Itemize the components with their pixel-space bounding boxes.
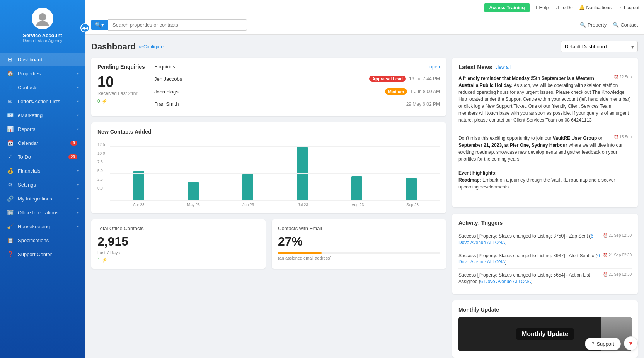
- chart-bar: [406, 178, 417, 201]
- sidebar-item-financials[interactable]: 💰 Financials ▾: [0, 164, 85, 178]
- sidebar-item-reports[interactable]: 📊 Reports ▾: [0, 122, 85, 136]
- total-contacts-count: 2,915: [97, 234, 259, 249]
- sidebar-icon-office: 🏢: [6, 209, 14, 215]
- access-training-button[interactable]: Access Training: [484, 3, 529, 12]
- top-navigation: CRM Website PropTechBI Access Training ℹ…: [0, 0, 644, 15]
- activity-link[interactable]: 6 Dove Avenue ALTONA: [480, 279, 531, 284]
- help-icon: ℹ: [536, 5, 538, 10]
- sidebar-icon-reports: 📊: [6, 126, 14, 132]
- sidebar-icon-integrations: 🔗: [6, 195, 14, 202]
- sidebar-label-dashboard: Dashboard: [18, 57, 79, 63]
- chart-bars-area: [110, 139, 440, 201]
- activity-title: Activity: Triggers: [458, 220, 632, 226]
- chart-bar-group: [166, 182, 221, 201]
- search-right: 🔍 Property 🔍 Contact: [580, 22, 638, 28]
- sidebar-item-office[interactable]: 🏢 Office Integrations ▾: [0, 205, 85, 219]
- chart-bar: [242, 174, 253, 201]
- activity-item: ⏰ 21 Sep 02:30 Success [Property: Status…: [458, 249, 632, 269]
- sidebar-collapse-button[interactable]: ◀◀: [80, 23, 90, 32]
- sidebar-nav: ⊞ Dashboard 🏠 Properties ▾ 👤 Contacts ▾ …: [0, 49, 85, 358]
- news-text-1: A friendly reminder that Monday 25th Sep…: [458, 75, 632, 124]
- sidebar-item-contacts[interactable]: 👤 Contacts ▾: [0, 80, 85, 94]
- news-text-2: Don't miss this exciting opportunity to …: [458, 135, 632, 190]
- sidebar-item-housekeeping[interactable]: 🧹 Housekeeping ▾: [0, 219, 85, 233]
- chart-y-5: 12.5: [97, 143, 108, 147]
- sidebar-icon-todo: ✓: [6, 154, 14, 160]
- todo-icon: ☑: [555, 5, 559, 10]
- activity-time: ⏰ 21 Sep 02:30: [603, 272, 632, 277]
- sidebar-item-support[interactable]: ❓ Support Center: [0, 247, 85, 261]
- support-icon: ?: [591, 341, 594, 347]
- property-search-item[interactable]: 🔍 Property: [580, 22, 607, 28]
- chart-y-3: 7.5: [97, 160, 108, 164]
- chart-bar: [351, 176, 362, 201]
- sidebar-item-todo[interactable]: ✓ To Do 20: [0, 150, 85, 164]
- activity-list: ⏰ 21 Sep 02:30 Success [Property: Status…: [458, 230, 632, 288]
- sidebar-item-calendar[interactable]: 📅 Calendar 0: [0, 136, 85, 150]
- sidebar-item-letters[interactable]: ✉ Letters/Action Lists ▾: [0, 94, 85, 108]
- sidebar-icon-settings: ⚙: [6, 182, 14, 188]
- total-contacts-indicator: 1 ⚡: [97, 257, 259, 263]
- agency-name: Demo Estate Agency: [23, 38, 63, 43]
- logout-nav-item[interactable]: → Log out: [618, 5, 639, 10]
- activity-time: ⏰ 21 Sep 02:30: [603, 253, 632, 258]
- todo-nav-item[interactable]: ☑ To Do: [555, 5, 572, 10]
- latest-news-header: Latest News view all: [458, 64, 632, 70]
- support-label: Support: [596, 341, 614, 347]
- sidebar-label-calendar: Calendar: [18, 140, 70, 146]
- heart-icon: ♥: [629, 340, 633, 347]
- activity-suffix: ): [505, 259, 507, 265]
- notifications-nav-item[interactable]: 🔔 Notifications: [579, 5, 612, 10]
- sidebar-item-settings[interactable]: ⚙ Settings ▾: [0, 178, 85, 192]
- enquiry-time: 16 Jul 7:44 PM: [409, 76, 440, 81]
- left-column: Pending Enquiries 10 Received Last 24hr …: [91, 58, 446, 358]
- support-button[interactable]: ? Support: [585, 338, 621, 350]
- avatar: [32, 8, 53, 29]
- pending-section: Pending Enquiries 10 Received Last 24hr …: [97, 64, 145, 104]
- help-nav-item[interactable]: ℹ Help: [536, 5, 549, 10]
- heart-button[interactable]: ♥: [624, 336, 638, 350]
- indicator-value: 0: [97, 98, 100, 104]
- sidebar-label-contacts: Contacts: [18, 85, 77, 90]
- sidebar-item-integrations[interactable]: 🔗 My Integrations ▾: [0, 192, 85, 205]
- news-date-1: ⏰ 22 Sep: [614, 75, 632, 79]
- pending-title: Pending Enquiries: [97, 64, 145, 70]
- search-button[interactable]: 🔍▾: [91, 20, 108, 30]
- total-contacts-title: Total Office Contacts: [97, 226, 259, 231]
- sidebar-arrow-housekeeping: ▾: [77, 224, 79, 229]
- sidebar-arrow-contacts: ▾: [77, 85, 79, 90]
- activity-item: ⏰ 21 Sep 02:30 Success [Property: Status…: [458, 230, 632, 249]
- total-contacts-card: Total Office Contacts 2,915 Last 7 Days …: [91, 219, 266, 269]
- dashboard-select[interactable]: Default Dashboard: [561, 41, 638, 52]
- open-link[interactable]: open: [429, 64, 440, 70]
- chart-bar-group: [112, 171, 166, 201]
- enquiry-time: 29 May 6:02 PM: [406, 102, 440, 107]
- sidebar-icon-contacts: 👤: [6, 84, 14, 90]
- chart-bar-group: [384, 178, 438, 201]
- property-search-icon: 🔍: [580, 22, 586, 28]
- sidebar-item-properties[interactable]: 🏠 Properties ▾: [0, 66, 85, 80]
- activity-text: Success [Property: Status changed to Lis…: [458, 233, 591, 239]
- configure-link[interactable]: Configure: [143, 44, 164, 49]
- contact-search-item[interactable]: 🔍 Contact: [613, 22, 638, 28]
- dashboard-columns: Pending Enquiries 10 Received Last 24hr …: [91, 58, 638, 358]
- sidebar-item-dashboard[interactable]: ⊞ Dashboard: [0, 53, 85, 66]
- sidebar-icon-specifications: 📋: [6, 237, 14, 243]
- sidebar-icon-housekeeping: 🧹: [6, 223, 14, 229]
- chart-x-label: Sep 23: [385, 203, 440, 207]
- search-input[interactable]: [108, 19, 247, 31]
- sidebar-label-specifications: Specifications: [18, 238, 79, 243]
- activity-suffix: ): [531, 279, 532, 284]
- sidebar-arrow-properties: ▾: [77, 71, 79, 76]
- sidebar-item-specifications[interactable]: 📋 Specifications: [0, 233, 85, 247]
- enquiry-badge: Medium: [385, 88, 407, 95]
- email-contacts-percent: 27%: [278, 234, 440, 249]
- sidebar-arrow-financials: ▾: [77, 169, 79, 173]
- page-title: Dashboard: [91, 42, 136, 52]
- view-all-link[interactable]: view all: [496, 64, 511, 70]
- sidebar-item-emarketing[interactable]: 📧 eMarketing ▾: [0, 108, 85, 122]
- sidebar-badge-calendar: 0: [70, 141, 77, 146]
- sidebar-label-properties: Properties: [18, 71, 77, 76]
- search-bar-row: 🔍▾ 🔍 Property 🔍 Contact: [85, 15, 644, 35]
- enquiry-badge: Appraisal Lead: [369, 76, 406, 82]
